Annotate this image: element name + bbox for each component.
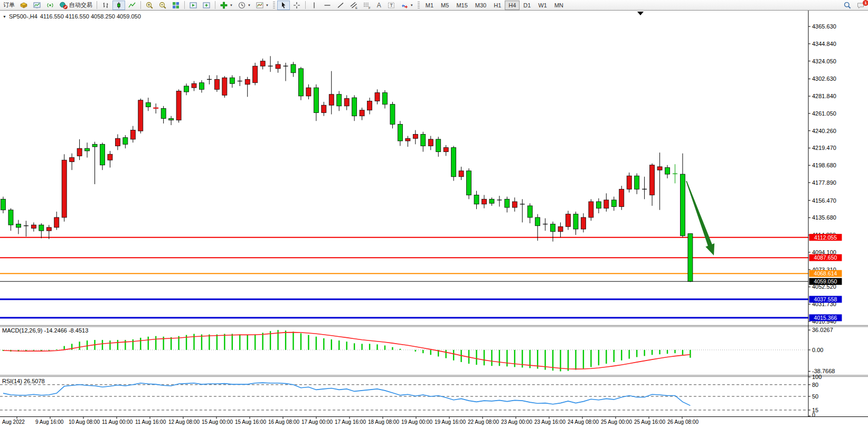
- candle-body: [176, 91, 181, 120]
- cursor-tool-button[interactable]: [277, 1, 290, 10]
- candle-body: [627, 176, 631, 189]
- candle-body: [444, 148, 448, 152]
- time-axis-label: 25 Aug 00:00: [601, 419, 632, 425]
- time-axis-label: 12 Aug 08:00: [168, 419, 200, 425]
- indicators-icon: [220, 1, 228, 10]
- new-chart-icon: [202, 1, 211, 10]
- arrows-tool-button[interactable]: ▼: [398, 1, 416, 10]
- equidistant-channel-icon: E: [350, 1, 358, 10]
- charts-window-button[interactable]: [31, 1, 43, 10]
- symbol-period-label: SP500-,H4: [9, 13, 37, 20]
- symbol-dropdown-icon[interactable]: ▼: [3, 15, 6, 18]
- time-axis-label: 17 Aug 00:00: [301, 419, 333, 425]
- chart-ohlc-header[interactable]: ▼ SP500-,H4 4116.550 4116.550 4058.250 4…: [3, 13, 141, 20]
- timeframe-h4-button[interactable]: H4: [505, 1, 520, 10]
- channel-tool-button[interactable]: E: [347, 1, 360, 10]
- toolbar-separator: [97, 1, 97, 9]
- timeframe-m30-button[interactable]: M30: [471, 1, 490, 10]
- bar-chart-mode-button[interactable]: [99, 1, 112, 10]
- candle-body: [650, 165, 655, 195]
- new-chart-button[interactable]: [200, 1, 213, 10]
- time-axis-label: 18 Aug 08:00: [368, 419, 399, 425]
- zoom-out-icon: [158, 1, 167, 10]
- line-chart-mode-icon: [128, 1, 136, 10]
- trendline-tool-button[interactable]: [334, 1, 347, 10]
- rsi-panel[interactable]: RSI(14) 26.50781008050150: [0, 374, 822, 418]
- timeframe-m15-button[interactable]: M15: [452, 1, 471, 10]
- svg-text:T: T: [390, 3, 393, 8]
- chevron-down-icon: ▼: [266, 4, 269, 7]
- timeframe-h1-button[interactable]: H1: [490, 1, 505, 10]
- macd-panel[interactable]: MACD(12,26,9) -14.2466 -8.451336.02670.0…: [0, 327, 835, 374]
- svg-text:E: E: [355, 6, 357, 9]
- trendline-icon: [336, 1, 345, 10]
- toolbar-drag-handle[interactable]: [418, 2, 420, 9]
- strategy-tester-button[interactable]: [187, 1, 200, 10]
- candle-body: [581, 217, 586, 229]
- vertical-line-tool-button[interactable]: [308, 1, 320, 10]
- orders-button[interactable]: 订单: [1, 1, 17, 10]
- chart-window-icon: [33, 1, 41, 10]
- templates-button[interactable]: ▼: [253, 1, 271, 10]
- candle-body: [589, 202, 593, 217]
- periods-button[interactable]: ▼: [235, 1, 253, 10]
- timeframe-m1-button[interactable]: M1: [422, 1, 437, 10]
- time-axis-label: 15 Aug 16:00: [235, 419, 266, 425]
- candle-body: [474, 195, 479, 204]
- horizontal-lines[interactable]: [0, 238, 808, 318]
- tile-windows-button[interactable]: [169, 1, 182, 10]
- line-chart-mode-button[interactable]: [126, 1, 138, 10]
- candle-body: [260, 61, 265, 66]
- candle-body: [169, 118, 174, 120]
- autotrading-label: 自动交易: [69, 1, 92, 9]
- candle-body: [199, 83, 204, 90]
- candlestick-mode-button[interactable]: [112, 1, 125, 10]
- candle-body: [413, 134, 418, 138]
- candle-body: [558, 226, 563, 231]
- indicators-button[interactable]: ▼: [218, 1, 235, 10]
- toolbar-drag-handle[interactable]: [273, 2, 275, 9]
- price-axis-label: 4344.840: [812, 41, 836, 47]
- timeframe-m5-button[interactable]: M5: [437, 1, 452, 10]
- candlestick-mode-icon: [115, 1, 123, 10]
- time-axis-label: Aug 2022: [2, 419, 25, 425]
- candle-body: [54, 217, 59, 227]
- chart-window: ▼ SP500-,H4 4116.550 4116.550 4058.250 4…: [0, 11, 868, 427]
- zoom-in-button[interactable]: [143, 1, 156, 10]
- signals-button[interactable]: [44, 1, 56, 10]
- candle-body: [314, 88, 318, 112]
- time-axis[interactable]: Aug 20229 Aug 16:0010 Aug 08:0011 Aug 00…: [2, 417, 699, 425]
- chevron-down-icon: ▼: [248, 4, 251, 7]
- chart-plot[interactable]: 4365.6304344.8404324.0504302.6304281.840…: [0, 11, 868, 427]
- timeframe-w1-button[interactable]: W1: [534, 1, 551, 10]
- toolbar-separator: [184, 1, 185, 9]
- candle-body: [138, 100, 143, 131]
- candle-body: [360, 110, 364, 116]
- text-label-tool-button[interactable]: T: [385, 1, 398, 10]
- search-button[interactable]: [841, 1, 854, 10]
- crosshair-tool-button[interactable]: [290, 1, 303, 10]
- chart-shift-marker-icon[interactable]: [637, 12, 644, 15]
- horizontal-line-tool-button[interactable]: [321, 1, 334, 10]
- timeframe-d1-button[interactable]: D1: [520, 1, 534, 10]
- candle-body: [154, 108, 158, 109]
- timeframe-toolbar: M1M5M15M30H1H4D1W1MN: [422, 1, 567, 10]
- mt4-terminal: 订单: [0, 0, 868, 427]
- candle-body: [535, 217, 540, 226]
- candle-body: [62, 160, 67, 217]
- candle-body: [405, 138, 410, 141]
- candle-body: [467, 171, 471, 195]
- candle-body: [688, 234, 693, 281]
- price-axis-label: 4135.680: [812, 214, 836, 221]
- notifications-button[interactable]: 1: [854, 1, 867, 10]
- zoom-out-button[interactable]: [156, 1, 169, 10]
- new-order-button[interactable]: [17, 1, 30, 10]
- fibonacci-tool-button[interactable]: F: [361, 1, 373, 10]
- autotrading-button[interactable]: 自动交易: [57, 1, 95, 10]
- search-icon: [843, 1, 852, 10]
- text-tool-button[interactable]: A: [374, 1, 384, 10]
- timeframe-mn-button[interactable]: MN: [551, 1, 567, 10]
- candle-body: [298, 69, 303, 96]
- price-axis-label: 4302.630: [812, 75, 836, 82]
- orders-label: 订单: [3, 1, 15, 9]
